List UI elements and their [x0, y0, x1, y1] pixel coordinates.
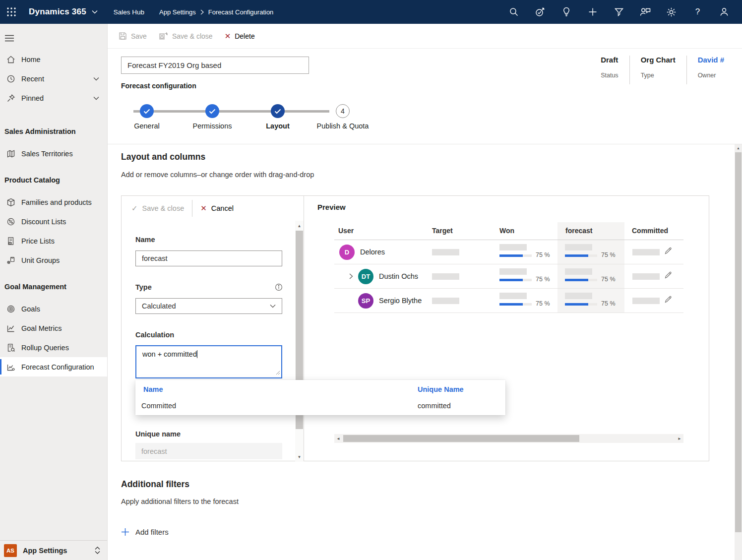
clock-icon — [6, 74, 16, 84]
sidebar-item-goals[interactable]: Goals — [0, 299, 107, 318]
sidebar-item-discount-lists[interactable]: Discount Lists — [0, 212, 107, 231]
forecast-config-icon — [6, 362, 16, 372]
avatar: D — [339, 245, 355, 260]
status-label: Status — [601, 72, 618, 79]
scroll-left-arrow[interactable]: ◄ — [334, 434, 342, 443]
page-vertical-scrollbar[interactable]: ▲ ▼ — [735, 144, 742, 560]
add-icon[interactable] — [579, 0, 606, 24]
scroll-up-arrow[interactable]: ▲ — [295, 222, 304, 230]
divider — [108, 144, 742, 144]
line-chart-icon — [6, 323, 16, 333]
sidebar-item-goal-metrics[interactable]: Goal Metrics — [0, 318, 107, 338]
user-name: Dustin Ochs — [379, 272, 418, 280]
lightbulb-icon[interactable] — [553, 0, 579, 24]
resize-handle[interactable] — [276, 369, 280, 376]
sidebar-item-sales-territories[interactable]: Sales Territories — [0, 144, 107, 163]
waffle-menu-icon[interactable] — [0, 0, 23, 24]
forecast-title-input[interactable] — [121, 57, 309, 74]
edit-pencil-icon[interactable] — [664, 247, 673, 257]
calculation-suggestion-flyout: Name Unique Name Committed committed — [135, 380, 505, 415]
user-name: Sergio Blythe — [379, 297, 422, 305]
sidebar-item-families-and-products[interactable]: Families and products — [0, 192, 107, 212]
suggestion-row-unique-name[interactable]: committed — [418, 402, 451, 410]
search-icon[interactable] — [500, 0, 527, 24]
sidebar-item-rollup-queries[interactable]: Rollup Queries — [0, 338, 107, 357]
target-icon — [6, 304, 16, 314]
plus-icon — [121, 528, 129, 536]
home-icon — [6, 55, 16, 64]
forecast-progress-bar — [565, 254, 597, 257]
scroll-right-arrow[interactable]: ► — [676, 434, 683, 443]
app-root: Dynamics 365 Sales Hub App Settings Fore… — [0, 0, 742, 560]
status-field: Draft Status — [590, 56, 629, 79]
type-field: Org Chart Type — [630, 56, 686, 79]
save-button[interactable]: Save — [113, 29, 153, 43]
owner-link[interactable]: David # — [698, 56, 724, 64]
chevron-down-icon[interactable] — [92, 10, 98, 14]
command-bar: Save Save & close ✕ Delete — [108, 24, 742, 49]
chevron-up-down-icon — [95, 547, 100, 554]
save-and-close-button[interactable]: Save & close — [153, 29, 219, 43]
sidebar-item-price-lists[interactable]: Price Lists — [0, 231, 107, 250]
filter-icon[interactable] — [606, 0, 632, 24]
column-type-select[interactable]: Calculated — [135, 298, 282, 314]
column-header-user: User — [334, 222, 432, 240]
breadcrumb-parent[interactable]: App Settings — [159, 8, 196, 16]
info-icon[interactable] — [275, 283, 283, 291]
scrollbar-thumb[interactable] — [343, 435, 579, 442]
editor-save-close-button[interactable]: ✓ Save & close — [128, 202, 187, 215]
editor-scrollbar[interactable]: ▲ ▼ — [295, 221, 304, 462]
expand-chevron-icon[interactable] — [344, 273, 358, 279]
scroll-up-arrow[interactable]: ▲ — [735, 144, 742, 152]
type-field-label: Type — [135, 283, 152, 291]
add-filters-button[interactable]: Add filters — [121, 528, 169, 536]
edit-pencil-icon[interactable] — [664, 271, 673, 281]
additional-filters-subtitle: Apply additional filters to the forecast — [121, 498, 239, 505]
delete-button[interactable]: ✕ Delete — [219, 29, 261, 44]
sidebar-item-recent[interactable]: Recent — [0, 69, 107, 88]
app-settings-badge: AS — [4, 544, 17, 557]
record-header-stats: Draft Status Org Chart Type David # Owne… — [590, 56, 724, 84]
gear-icon[interactable] — [658, 0, 684, 24]
calculation-textarea[interactable]: won + committed — [135, 345, 282, 378]
step-general[interactable]: General — [140, 104, 154, 118]
preview-title: Preview — [317, 203, 346, 211]
edit-pencil-icon[interactable] — [664, 295, 673, 306]
map-icon — [6, 149, 16, 159]
type-value: Org Chart — [641, 56, 676, 64]
step-publish-quota[interactable]: 4 Publish & Quota — [336, 104, 350, 118]
won-progress-bar — [499, 303, 532, 306]
layout-section-title: Layout and columns — [121, 152, 205, 162]
sidebar-item-home[interactable]: Home — [0, 50, 107, 69]
text-caret — [197, 350, 197, 358]
scroll-down-arrow[interactable]: ▼ — [295, 453, 304, 461]
target-placeholder — [432, 249, 459, 255]
account-icon[interactable] — [711, 0, 737, 24]
brand-title[interactable]: Dynamics 365 — [29, 7, 86, 17]
guide-check-icon[interactable] — [527, 0, 553, 24]
step-layout[interactable]: Layout — [271, 104, 285, 118]
stepper-connector — [133, 110, 329, 113]
app-name[interactable]: Sales Hub — [114, 8, 144, 16]
avatar: SP — [358, 293, 373, 309]
cancel-x-icon: ✕ — [200, 204, 207, 213]
sidebar-item-pinned[interactable]: Pinned — [0, 88, 107, 108]
area-switcher-app-settings[interactable]: AS App Settings — [0, 540, 107, 560]
suggestion-row-name[interactable]: Committed — [141, 402, 176, 410]
pin-icon — [6, 93, 16, 103]
scrollbar-thumb[interactable] — [735, 152, 742, 532]
hamburger-menu-icon[interactable] — [4, 32, 19, 45]
help-icon[interactable]: ? — [684, 0, 711, 24]
sidebar-item-forecast-configuration[interactable]: Forecast Configuration — [0, 357, 107, 376]
additional-filters-title: Additional filters — [121, 479, 189, 490]
won-progress-bar — [499, 254, 532, 257]
column-editor-pane: ✓ Save & close ✕ Cancel Name Type Ca — [122, 196, 304, 461]
step-permissions[interactable]: Permissions — [205, 104, 219, 118]
editor-cancel-button[interactable]: ✕ Cancel — [197, 202, 237, 215]
column-name-input[interactable] — [135, 250, 282, 266]
sidebar-item-unit-groups[interactable]: Unit Groups — [0, 250, 107, 270]
forecast-progress-bar — [565, 279, 597, 281]
feedback-icon[interactable] — [632, 0, 658, 24]
wizard-stepper: General Permissions Layout 4 Publish & Q… — [121, 104, 379, 134]
preview-horizontal-scrollbar[interactable]: ◄ ► — [334, 434, 683, 443]
